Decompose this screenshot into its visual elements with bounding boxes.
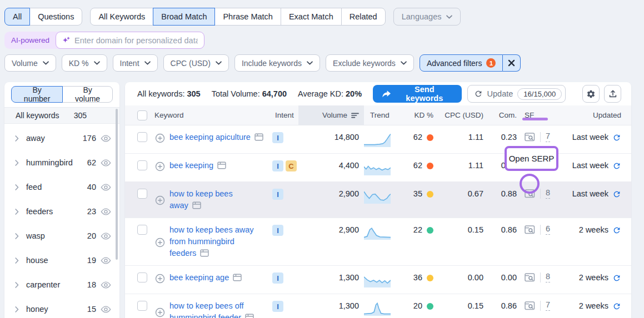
add-keyword-icon[interactable]	[155, 189, 165, 211]
sf-count[interactable]: 8	[546, 188, 550, 199]
sidebar-group-carpenter[interactable]: carpenter18	[4, 272, 119, 297]
keyword-link[interactable]: how to keep beesaway	[169, 188, 233, 211]
open-serp-icon[interactable]	[525, 133, 535, 142]
tab-all[interactable]: All	[4, 8, 30, 26]
tab-all-keywords[interactable]: All Keywords	[90, 8, 153, 26]
refresh-icon[interactable]	[612, 161, 621, 170]
chevron-right-icon[interactable]	[15, 282, 19, 288]
keyword-link[interactable]: how to keep bees awayfrom hummingbirdfee…	[169, 224, 254, 259]
tab-phrase-match[interactable]: Phrase Match	[214, 8, 281, 26]
sidebar-all-keywords-row[interactable]: All keywords 305	[4, 107, 119, 124]
keyword-link[interactable]: bee keeping age	[169, 272, 242, 284]
sidebar-group-away[interactable]: away176	[4, 126, 119, 150]
eye-icon[interactable]	[101, 281, 111, 289]
column-header-com[interactable]: Com.	[483, 111, 517, 119]
add-keyword-icon[interactable]	[155, 161, 165, 171]
row-checkbox[interactable]	[137, 272, 147, 282]
sf-count[interactable]: 6	[546, 224, 550, 235]
column-header-trend[interactable]: Trend	[359, 111, 396, 119]
sidebar-group-honey[interactable]: honey15	[4, 297, 119, 318]
eye-icon[interactable]	[101, 306, 111, 313]
domain-input[interactable]	[74, 36, 198, 45]
eye-icon[interactable]	[101, 184, 111, 191]
sidebar-group-wasp[interactable]: wasp20	[4, 224, 119, 248]
sidebar-group-feed[interactable]: feed40	[4, 175, 119, 199]
filter-include-keywords[interactable]: Include keywords	[234, 54, 320, 72]
chevron-right-icon[interactable]	[15, 233, 19, 239]
row-checkbox[interactable]	[137, 301, 147, 311]
sidebar-tab-by-number[interactable]: By number	[11, 86, 63, 103]
sidebar-group-feeders[interactable]: feeders23	[4, 199, 119, 224]
tab-exact-match[interactable]: Exact Match	[281, 8, 342, 26]
eye-icon[interactable]	[101, 233, 111, 240]
sf-count[interactable]: 8	[546, 272, 550, 282]
chevron-right-icon[interactable]	[15, 160, 19, 166]
clear-advanced-filters-button[interactable]	[503, 54, 521, 72]
tab-questions[interactable]: Questions	[29, 8, 82, 26]
settings-button[interactable]	[582, 85, 600, 103]
column-header-volume[interactable]: Volume	[298, 105, 364, 125]
filter-kd[interactable]: KD %	[62, 54, 107, 72]
open-serp-icon[interactable]	[525, 273, 535, 282]
export-button[interactable]	[604, 85, 621, 103]
chevron-right-icon[interactable]	[15, 258, 19, 264]
eye-icon[interactable]	[101, 257, 111, 264]
add-keyword-icon[interactable]	[155, 273, 165, 284]
chevron-down-icon	[144, 61, 151, 65]
sf-count[interactable]: 7	[546, 300, 550, 311]
filter-exclude-keywords[interactable]: Exclude keywords	[326, 54, 414, 72]
eye-icon[interactable]	[101, 159, 111, 166]
refresh-icon[interactable]	[612, 274, 621, 282]
advanced-filters-button[interactable]: Advanced filters 1	[420, 54, 503, 72]
sidebar-group-hummingbird[interactable]: hummingbird62	[4, 150, 119, 175]
keyword-link[interactable]: bee keeping	[169, 160, 226, 171]
refresh-icon[interactable]	[612, 133, 621, 142]
sidebar-tab-by-volume[interactable]: By volume	[62, 86, 113, 103]
eye-icon[interactable]	[101, 135, 111, 142]
keyword-link[interactable]: how to keep bees offhummingbird feeder	[169, 300, 254, 318]
refresh-icon[interactable]	[612, 190, 621, 199]
row-checkbox[interactable]	[137, 132, 147, 142]
select-all-checkbox[interactable]	[137, 110, 147, 120]
eye-icon[interactable]	[101, 208, 111, 215]
column-header-updated[interactable]: Updated	[559, 111, 631, 119]
column-header-kd[interactable]: KD %	[396, 111, 433, 119]
chevron-right-icon[interactable]	[15, 184, 19, 190]
send-keywords-button[interactable]: Send keywords	[373, 85, 462, 103]
serp-features-icon[interactable]	[254, 133, 263, 141]
column-header-sf[interactable]: SF	[517, 111, 559, 119]
refresh-icon[interactable]	[612, 302, 621, 311]
com-value: 0.23	[483, 132, 517, 143]
row-checkbox[interactable]	[137, 189, 147, 199]
sidebar-scrollbar[interactable]	[116, 109, 118, 260]
serp-features-icon[interactable]	[245, 314, 254, 318]
column-header-cpc[interactable]: CPC (USD)	[433, 111, 483, 119]
chevron-right-icon[interactable]	[15, 306, 19, 312]
serp-features-icon[interactable]	[192, 201, 201, 209]
languages-dropdown[interactable]: Languages	[393, 8, 461, 26]
row-checkbox[interactable]	[137, 160, 147, 170]
add-keyword-icon[interactable]	[155, 225, 165, 259]
open-serp-icon[interactable]	[525, 225, 535, 234]
open-serp-icon[interactable]	[525, 301, 535, 310]
row-checkbox[interactable]	[137, 225, 147, 235]
intent-badge-i: I	[272, 160, 283, 171]
filter-intent[interactable]: Intent	[113, 54, 158, 72]
filter-cpc-usd[interactable]: CPC (USD)	[163, 54, 229, 72]
chevron-right-icon[interactable]	[15, 135, 19, 142]
tab-broad-match[interactable]: Broad Match	[153, 8, 215, 26]
chevron-right-icon[interactable]	[15, 209, 19, 215]
filter-volume[interactable]: Volume	[4, 54, 56, 72]
column-header-keyword[interactable]: Keyword	[151, 111, 272, 119]
serp-features-icon[interactable]	[200, 249, 209, 257]
keyword-link[interactable]: bee keeping apiculture	[169, 132, 263, 143]
serp-features-icon[interactable]	[217, 161, 226, 169]
tab-related[interactable]: Related	[341, 8, 386, 26]
sf-count[interactable]: 7	[546, 132, 550, 142]
add-keyword-icon[interactable]	[155, 301, 165, 318]
refresh-icon[interactable]	[612, 226, 621, 235]
sidebar-group-house[interactable]: house19	[4, 248, 119, 272]
add-keyword-icon[interactable]	[155, 133, 165, 143]
update-button[interactable]: Update 16/15,000	[467, 85, 566, 103]
serp-features-icon[interactable]	[233, 274, 242, 281]
